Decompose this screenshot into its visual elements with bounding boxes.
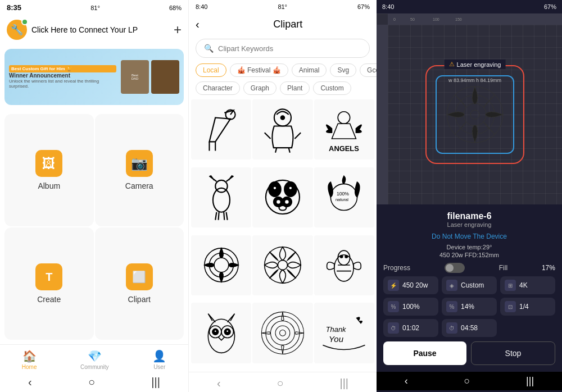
stat-14pct: % 14% — [442, 298, 497, 316]
nav-community-label: Community — [80, 364, 109, 370]
clipart-santa[interactable] — [252, 99, 312, 159]
banner-img-1: BestDAD — [121, 60, 149, 94]
svg-line-13 — [218, 212, 219, 220]
tag-gcode[interactable]: Gcode — [360, 63, 377, 77]
plus-button[interactable]: + — [174, 22, 182, 38]
stat-4k-val: 4K — [519, 281, 528, 289]
svg-point-32 — [278, 261, 287, 270]
stat-power: ⚡ 450 20w — [383, 276, 438, 294]
svg-text:Thank: Thank — [326, 325, 346, 334]
clipart-bird[interactable] — [191, 99, 251, 159]
home-panel: 8:35 81° 68% 🔧 Click Here to Connect You… — [0, 0, 188, 392]
stat-4k: ⊞ 4K — [500, 276, 555, 294]
banner-title: Winner Announcement — [9, 72, 116, 79]
laser-box-outer: ⚠ Laser engraving w 83.94mm h 84.19mm — [425, 65, 524, 164]
clipart-label: Clipart — [128, 295, 151, 304]
clipart-thankyou[interactable]: Thank You — [314, 303, 374, 363]
clipart-mandala[interactable] — [252, 303, 312, 363]
quarter-icon: ⊡ — [505, 301, 516, 312]
signal-2: 67% — [357, 3, 370, 10]
tag-svg[interactable]: Svg — [330, 63, 356, 77]
nav-community[interactable]: 💎 Community — [80, 349, 109, 370]
nav-home-label: Home — [22, 364, 37, 370]
svg-text:You: You — [329, 334, 344, 344]
search-input[interactable] — [218, 44, 361, 53]
clipart-deer[interactable] — [191, 167, 251, 227]
signal-1: 68% — [169, 4, 182, 11]
svg-point-45 — [226, 330, 228, 332]
album-item[interactable]: 🖼 Album — [4, 114, 94, 226]
lp-icon: 🔧 — [7, 20, 27, 40]
svg-point-48 — [271, 321, 295, 345]
svg-point-50 — [261, 312, 303, 354]
stat-quarter: ⊡ 1/4 — [500, 298, 555, 316]
toggle-knob — [446, 264, 454, 272]
tag-plant[interactable]: Plant — [280, 81, 310, 95]
clipart-flower1[interactable] — [191, 235, 251, 295]
home-system-2[interactable]: ○ — [277, 377, 283, 390]
create-item[interactable]: T Create — [4, 227, 94, 340]
nav-home[interactable]: 🏠 Home — [22, 349, 37, 370]
recent-system-1[interactable]: ||| — [151, 376, 160, 389]
create-label: Create — [37, 295, 61, 304]
4k-icon: ⊞ — [505, 280, 516, 291]
stat-custom-val: Custom — [461, 281, 484, 289]
svg-point-34 — [338, 250, 350, 265]
svg-point-53 — [470, 110, 479, 119]
stat-custom: ◈ Custom — [442, 276, 497, 294]
connection-dot — [21, 19, 28, 25]
clipart-bee[interactable] — [314, 235, 374, 295]
progress-toggle[interactable] — [445, 263, 465, 273]
back-system-3[interactable]: ‹ — [405, 375, 408, 387]
power-icon: ⚡ — [388, 280, 399, 291]
stop-button[interactable]: Stop — [471, 341, 555, 365]
fill-label: Fill — [499, 264, 507, 272]
clipart-panda[interactable] — [252, 167, 312, 227]
album-label: Album — [38, 181, 60, 190]
clipart-title: Clipart — [206, 19, 370, 30]
laser-label-text: Laser engraving — [457, 61, 501, 68]
stat-time2-val: 04:58 — [461, 324, 478, 332]
banner[interactable]: Best Custom Gift for Him 🏆 Winner Announ… — [4, 49, 184, 105]
clipart-natural[interactable]: 100% natural — [314, 167, 374, 227]
clipart-owl[interactable] — [191, 303, 251, 363]
home-grid: 🖼 Album 📷 Camera T Create ⬜ Clipart — [0, 110, 188, 344]
svg-text:100%: 100% — [337, 191, 349, 197]
bottom-nav-2: ‹ ○ ||| — [189, 372, 377, 392]
stat-quarter-val: 1/4 — [519, 303, 529, 311]
tag-character[interactable]: Character — [196, 81, 240, 95]
tag-custom[interactable]: Custom — [313, 81, 351, 95]
system-nav-1: ‹ ○ ||| — [0, 372, 188, 392]
tag-local[interactable]: Local — [196, 63, 226, 77]
search-bar[interactable]: 🔍 — [196, 39, 370, 58]
banner-img-2 — [151, 60, 179, 94]
clipart-flower2[interactable] — [252, 235, 312, 295]
tags-row-2: Character Graph Plant Custom — [189, 79, 377, 97]
status-icons-1: 68% — [169, 4, 182, 11]
tag-animal[interactable]: Animal — [292, 63, 327, 77]
tag-festival[interactable]: 🎪 Festival 🎪 — [230, 63, 288, 77]
do-not-move[interactable]: Do Not Move The Device — [383, 233, 555, 240]
camera-item[interactable]: 📷 Camera — [95, 114, 184, 226]
stat-power-val: 450 20w — [402, 281, 428, 289]
back-system-2[interactable]: ‹ — [217, 377, 221, 390]
home-system-3[interactable]: ○ — [464, 375, 470, 387]
svg-point-6 — [281, 116, 284, 119]
progress-row: Progress Fill 17% — [383, 263, 555, 273]
laser-label: ⚠ Laser engraving — [445, 60, 506, 69]
nav-user[interactable]: 👤 User — [152, 349, 166, 370]
battery-2: 81° — [278, 3, 287, 10]
home-system-1[interactable]: ○ — [88, 376, 95, 389]
tag-graph[interactable]: Graph — [243, 81, 277, 95]
clipart-item[interactable]: ⬜ Clipart — [95, 227, 184, 340]
svg-line-12 — [226, 212, 227, 220]
connect-text[interactable]: Click Here to Connect Your LP — [31, 25, 169, 34]
pause-button[interactable]: Pause — [383, 341, 466, 365]
back-button[interactable]: ‹ — [196, 18, 200, 31]
clipart-angels[interactable]: ANGELS — [314, 99, 374, 159]
pct-icon-1: % — [388, 301, 399, 312]
recent-system-3[interactable]: ||| — [526, 375, 534, 387]
recent-system-2[interactable]: ||| — [339, 377, 348, 390]
time-1: 8:35 — [7, 3, 21, 12]
back-system-1[interactable]: ‹ — [28, 376, 32, 389]
